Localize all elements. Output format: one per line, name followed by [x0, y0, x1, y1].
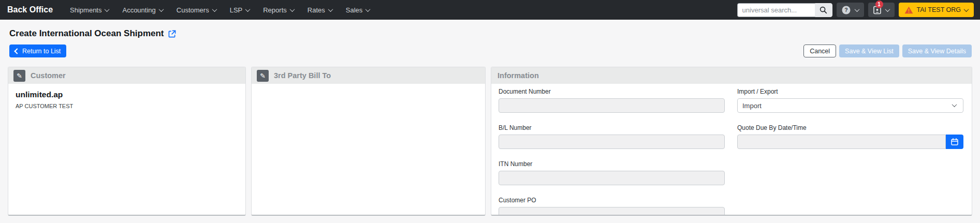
help-menu-button[interactable]: ? — [837, 3, 864, 17]
nav-item-shipments[interactable]: Shipments — [63, 0, 115, 20]
chevron-down-icon — [245, 7, 251, 12]
nav-item-accounting[interactable]: Accounting — [115, 0, 169, 20]
chevron-down-icon — [952, 102, 957, 107]
nav-item-label: Rates — [308, 6, 325, 14]
bill-to-panel-title: 3rd Party Bill To — [274, 71, 331, 80]
itn-number-label: ITN Number — [499, 160, 725, 168]
import-export-field-group: Import / Export Import — [737, 88, 963, 113]
nav-item-label: Sales — [346, 6, 363, 14]
panels-row: ✎ Customer unlimited.ap AP CUSTOMER TEST… — [8, 67, 972, 216]
customer-panel-header: ✎ Customer — [8, 67, 245, 84]
nav-item-label: LSP — [230, 6, 243, 14]
save-view-details-button[interactable]: Save & View Details — [902, 44, 972, 57]
pencil-icon: ✎ — [17, 72, 22, 80]
chevron-down-icon — [854, 7, 859, 12]
brand-back-office[interactable]: Back Office — [7, 5, 53, 14]
bill-to-panel: ✎ 3rd Party Bill To — [251, 67, 486, 216]
nav-item-sales[interactable]: Sales — [339, 0, 377, 20]
search-input[interactable] — [737, 3, 815, 17]
quote-due-input[interactable] — [737, 135, 946, 149]
bill-to-panel-body — [252, 84, 485, 215]
question-circle-icon: ? — [842, 6, 851, 14]
warning-icon — [904, 6, 913, 14]
page-title: Create International Ocean Shipment — [9, 28, 164, 39]
import-export-select[interactable]: Import — [737, 98, 963, 113]
external-link-icon[interactable] — [168, 30, 176, 38]
actions-row: Return to List Cancel Save & View List S… — [9, 44, 972, 57]
information-panel-header: Information — [491, 67, 972, 84]
nav-item-lsp[interactable]: LSP — [223, 0, 257, 20]
bl-number-field-group: B/L Number — [499, 124, 725, 149]
customer-po-input[interactable] — [499, 207, 725, 216]
import-export-value: Import — [742, 102, 762, 110]
bl-number-input[interactable] — [499, 135, 725, 149]
nav-item-reports[interactable]: Reports — [256, 0, 301, 20]
itn-number-field-group: ITN Number — [499, 160, 725, 185]
nav-item-label: Reports — [263, 6, 287, 14]
information-panel: Information Document Number Import / Exp… — [491, 67, 972, 216]
return-to-list-label: Return to List — [22, 48, 61, 55]
calendar-icon — [951, 138, 958, 145]
search-icon — [820, 6, 827, 14]
nav-item-rates[interactable]: Rates — [301, 0, 339, 20]
customer-po-label: Customer PO — [499, 197, 725, 204]
information-panel-title: Information — [498, 71, 539, 80]
title-row: Create International Ocean Shipment — [9, 28, 972, 39]
customer-panel: ✎ Customer unlimited.ap AP CUSTOMER TEST — [8, 67, 246, 216]
chevron-down-icon — [158, 7, 164, 12]
navbar-right: ? 1 TAI TEST ORG — [737, 3, 974, 17]
chevron-down-icon — [365, 7, 371, 12]
customer-panel-body: unlimited.ap AP CUSTOMER TEST — [8, 84, 245, 215]
nav-item-label: Accounting — [122, 6, 155, 14]
search-button[interactable] — [815, 3, 832, 17]
chevron-left-icon — [14, 48, 20, 54]
bill-to-panel-header: ✎ 3rd Party Bill To — [252, 67, 485, 84]
nav-item-customers[interactable]: Customers — [170, 0, 223, 20]
page: Back Office Shipments Accounting Custome… — [0, 0, 980, 223]
top-navbar: Back Office Shipments Accounting Custome… — [0, 0, 980, 20]
org-selector-label: TAI TEST ORG — [917, 6, 961, 13]
content-area: Create International Ocean Shipment Retu… — [0, 28, 980, 216]
quote-due-calendar-button[interactable] — [946, 135, 963, 149]
chevron-down-icon — [964, 7, 969, 12]
information-form: Document Number Import / Export Import B… — [491, 84, 972, 216]
chevron-down-icon — [212, 7, 217, 12]
quote-due-field-group: Quote Due By Date/Time — [737, 124, 963, 149]
universal-search — [737, 3, 832, 17]
customer-panel-title: Customer — [31, 71, 66, 80]
document-number-field-group: Document Number — [499, 88, 725, 113]
import-export-label: Import / Export — [737, 88, 963, 95]
edit-customer-button[interactable]: ✎ — [13, 70, 25, 82]
customer-name: unlimited.ap — [16, 90, 238, 99]
nav-item-label: Shipments — [70, 6, 101, 14]
chevron-down-icon — [328, 7, 333, 12]
chevron-down-icon — [289, 7, 295, 12]
notifications-menu-button[interactable]: 1 — [868, 3, 895, 17]
bl-number-label: B/L Number — [499, 124, 725, 131]
chevron-down-icon — [105, 7, 110, 12]
pencil-icon: ✎ — [260, 72, 266, 80]
nav-item-label: Customers — [177, 6, 209, 14]
svg-text:?: ? — [844, 7, 847, 13]
customer-po-field-group: Customer PO — [499, 197, 725, 216]
document-number-label: Document Number — [499, 88, 725, 95]
edit-bill-to-button[interactable]: ✎ — [257, 70, 269, 82]
return-to-list-button[interactable]: Return to List — [9, 44, 66, 57]
customer-subtitle: AP CUSTOMER TEST — [16, 103, 238, 109]
chevron-down-icon — [885, 7, 890, 12]
quote-due-label: Quote Due By Date/Time — [737, 124, 963, 131]
cancel-button[interactable]: Cancel — [803, 44, 836, 57]
org-selector-button[interactable]: TAI TEST ORG — [899, 3, 974, 17]
document-number-input[interactable] — [499, 98, 725, 113]
itn-number-input[interactable] — [499, 171, 725, 185]
save-view-list-button[interactable]: Save & View List — [839, 44, 899, 57]
nav-menu: Shipments Accounting Customers LSP Repor… — [63, 0, 376, 20]
quote-due-input-group — [737, 135, 963, 149]
notification-badge: 1 — [875, 1, 883, 8]
